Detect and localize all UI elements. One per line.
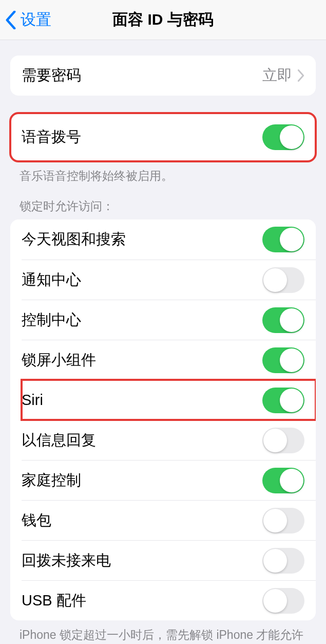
locked-item-cell: 以信息回复 [22, 420, 316, 460]
locked-item-label: 钱包 [22, 510, 262, 531]
locked-item-cell: 家庭控制 [22, 460, 316, 500]
voice-dial-group: 语音拨号 [10, 113, 316, 161]
locked-access-footer: iPhone 锁定超过一小时后，需先解锁 iPhone 才能允许 USB 配件连… [20, 627, 306, 644]
locked-item-label: 以信息回复 [22, 430, 262, 451]
locked-item-toggle[interactable] [262, 508, 304, 533]
voice-dial-footer: 音乐语音控制将始终被启用。 [20, 168, 306, 184]
locked-item-label: 今天视图和搜索 [22, 229, 262, 250]
locked-item-toggle[interactable] [262, 347, 304, 373]
voice-dial-toggle[interactable] [262, 124, 304, 150]
locked-item-cell: 今天视图和搜索 [10, 219, 316, 260]
locked-item-toggle[interactable] [262, 267, 304, 293]
require-passcode-label: 需要密码 [22, 65, 262, 86]
locked-access-header: 锁定时允许访问： [20, 198, 306, 214]
back-button[interactable]: 设置 [0, 9, 51, 30]
locked-item-label: 控制中心 [22, 310, 262, 330]
back-label: 设置 [21, 9, 51, 30]
locked-item-label: 回拨未接来电 [22, 550, 262, 571]
locked-item-label: Siri [22, 392, 262, 409]
voice-dial-cell: 语音拨号 [10, 113, 316, 161]
locked-item-cell: 通知中心 [22, 260, 316, 300]
locked-item-cell: 回拨未接来电 [22, 540, 316, 580]
locked-item-toggle[interactable] [262, 388, 304, 413]
locked-item-label: USB 配件 [22, 591, 262, 611]
locked-item-toggle[interactable] [262, 588, 304, 614]
require-passcode-group: 需要密码 立即 [10, 56, 316, 96]
locked-item-toggle[interactable] [262, 548, 304, 574]
locked-item-cell: USB 配件 [22, 580, 316, 620]
locked-item-cell: Siri [22, 380, 316, 420]
chevron-right-icon [297, 69, 304, 82]
locked-item-toggle[interactable] [262, 307, 304, 333]
require-passcode-cell[interactable]: 需要密码 立即 [10, 56, 316, 96]
locked-item-label: 通知中心 [22, 270, 262, 290]
locked-item-cell: 控制中心 [22, 300, 316, 340]
locked-item-cell: 钱包 [22, 500, 316, 540]
nav-bar: 设置 面容 ID 与密码 [0, 0, 326, 40]
locked-access-group: 今天视图和搜索通知中心控制中心锁屏小组件Siri以信息回复家庭控制钱包回拨未接来… [10, 219, 316, 620]
locked-item-label: 锁屏小组件 [22, 350, 262, 371]
require-passcode-value: 立即 [262, 65, 292, 86]
locked-item-toggle[interactable] [262, 227, 304, 252]
locked-item-cell: 锁屏小组件 [22, 340, 316, 380]
voice-dial-label: 语音拨号 [22, 127, 262, 148]
locked-item-label: 家庭控制 [22, 470, 262, 491]
locked-item-toggle[interactable] [262, 468, 304, 493]
chevron-left-icon [5, 11, 16, 29]
locked-item-toggle[interactable] [262, 428, 304, 453]
